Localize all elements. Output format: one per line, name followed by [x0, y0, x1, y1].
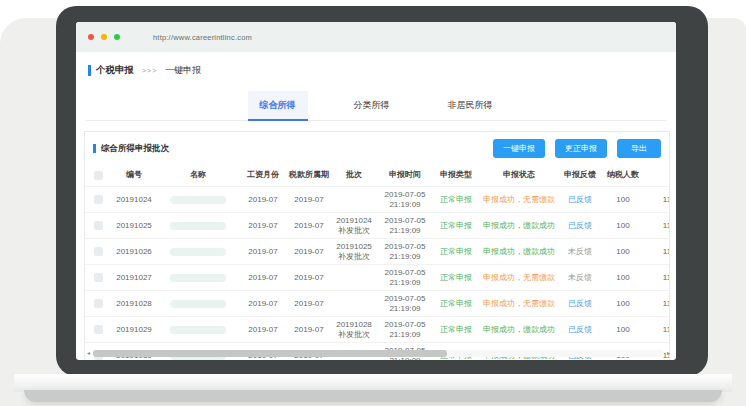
cell-declare-type: 正常申报: [433, 193, 479, 207]
cell-batch: 20191025 补发批次: [331, 240, 377, 264]
cell-batch: [331, 276, 377, 280]
scroll-right-arrow[interactable]: ▸: [666, 349, 671, 358]
cell-feedback: 已反馈: [559, 193, 601, 207]
cell-declare-time: 2019-07-05 21:19:09: [377, 266, 433, 290]
column-header: 纳税人数: [601, 168, 645, 182]
tab-分类所得[interactable]: 分类所得: [342, 91, 402, 120]
column-header: 名称: [157, 168, 239, 182]
cell-feedback: 未反馈: [559, 271, 601, 285]
cell-truncated: 11: [645, 271, 670, 285]
cell-id: 20191026: [111, 245, 157, 259]
column-header: 申报时间: [377, 168, 433, 182]
cell-declare-time: 2019-07-05 21:19:09: [377, 240, 433, 264]
cell-declare-status: 申报成功，无需缴款: [479, 271, 559, 285]
row-checkbox[interactable]: [94, 273, 103, 282]
cell-taxpayer-count: 100: [601, 271, 645, 285]
name-placeholder: [170, 196, 226, 204]
cell-truncated: 11: [645, 297, 670, 311]
panel-actions: 一键申报更正申报导出: [493, 139, 661, 158]
action-button-导出[interactable]: 导出: [617, 139, 661, 158]
panel-title: 综合所得申报批次: [101, 143, 169, 155]
table-row: 201910242019-072019-072019-07-05 21:19:0…: [85, 186, 670, 212]
cell-checkbox: [85, 193, 111, 206]
column-header: [85, 169, 111, 182]
action-button-更正申报[interactable]: 更正申报: [555, 139, 607, 158]
table-row: 201910292019-072019-0720191028 补发批次2019-…: [85, 316, 670, 342]
window-minimize-button[interactable]: [101, 34, 107, 40]
cell-declare-status: 申报成功，无需缴款: [479, 193, 559, 207]
cell-checkbox: [85, 219, 111, 232]
accent-bar: [93, 144, 96, 153]
cell-id: 20191027: [111, 271, 157, 285]
cell-declare-time: 2019-07-05 21:19:09: [377, 188, 433, 212]
window-maximize-button[interactable]: [114, 34, 120, 40]
cell-declare-status: 申报成功，缴款成功: [479, 323, 559, 337]
column-header: 工资月份: [239, 168, 287, 182]
name-placeholder: [170, 222, 226, 230]
cell-declare-type: 正常申报: [433, 245, 479, 259]
row-checkbox[interactable]: [94, 195, 103, 204]
column-header: 申报类型: [433, 168, 479, 182]
breadcrumb: 个税申报 >>> 一键申报: [76, 52, 676, 78]
column-header: 申报反馈: [559, 168, 601, 182]
cell-tax-period: 2019-07: [287, 323, 331, 337]
cell-name: [157, 220, 239, 232]
cell-checkbox: [85, 245, 111, 258]
table-row: 201910272019-072019-072019-07-05 21:19:0…: [85, 264, 670, 290]
batch-table: 编号名称工资月份税款所属期批次申报时间申报类型申报状态申报反馈纳税人数20191…: [85, 164, 670, 360]
row-checkbox[interactable]: [94, 247, 103, 256]
column-header: 申报状态: [479, 168, 559, 182]
horizontal-scrollbar[interactable]: ◂ ▸: [86, 349, 671, 358]
cell-feedback: 已反馈: [559, 323, 601, 337]
cell-checkbox: [85, 271, 111, 284]
cell-batch: [331, 198, 377, 202]
cell-name: [157, 298, 239, 310]
tab-综合所得[interactable]: 综合所得: [248, 91, 308, 121]
column-header: 税款所属期: [287, 168, 331, 182]
table-row: 201910282019-072019-072019-07-05 21:19:0…: [85, 290, 670, 316]
row-checkbox[interactable]: [94, 325, 103, 334]
cell-batch: [331, 302, 377, 306]
cell-truncated: 11: [645, 193, 670, 207]
cell-truncated: 11: [645, 323, 670, 337]
select-all-checkbox[interactable]: [94, 171, 103, 180]
action-button-一键申报[interactable]: 一键申报: [493, 139, 545, 158]
address-bar[interactable]: http://www.careerintlinc.com: [153, 33, 252, 42]
scroll-left-arrow[interactable]: ◂: [86, 349, 91, 358]
laptop-mockup-frame: http://www.careerintlinc.com 个税申报 >>> 一键…: [56, 6, 708, 376]
cell-checkbox: [85, 323, 111, 336]
cell-declare-type: 正常申报: [433, 323, 479, 337]
window-close-button[interactable]: [88, 34, 94, 40]
cell-declare-time: 2019-07-05 21:19:09: [377, 214, 433, 238]
cell-declare-type: 正常申报: [433, 297, 479, 311]
cell-id: 20191024: [111, 193, 157, 207]
cell-id: 20191029: [111, 323, 157, 337]
breadcrumb-section: 个税申报: [96, 64, 134, 77]
row-checkbox[interactable]: [94, 299, 103, 308]
breadcrumb-current: 一键申报: [165, 64, 201, 77]
tab-bar: 综合所得分类所得非居民所得: [86, 91, 666, 121]
tab-非居民所得[interactable]: 非居民所得: [436, 91, 505, 120]
cell-truncated: 11: [645, 245, 670, 259]
table-row: 201910262019-072019-0720191025 补发批次2019-…: [85, 238, 670, 264]
cell-feedback: 已反馈: [559, 219, 601, 233]
name-placeholder: [170, 326, 226, 334]
cell-taxpayer-count: 100: [601, 323, 645, 337]
cell-name: [157, 272, 239, 284]
cell-tax-period: 2019-07: [287, 193, 331, 207]
cell-salary-month: 2019-07: [239, 193, 287, 207]
column-header: [645, 173, 670, 177]
cell-salary-month: 2019-07: [239, 323, 287, 337]
scrollbar-thumb[interactable]: [93, 350, 447, 357]
laptop-base-edge: [24, 390, 722, 402]
accent-bar: [88, 65, 91, 76]
breadcrumb-separator: >>>: [142, 67, 157, 74]
row-checkbox[interactable]: [94, 221, 103, 230]
table-header-row: 编号名称工资月份税款所属期批次申报时间申报类型申报状态申报反馈纳税人数: [85, 164, 670, 186]
cell-declare-status: 申报成功，缴款成功: [479, 219, 559, 233]
cell-declare-type: 正常申报: [433, 219, 479, 233]
cell-declare-status: 申报成功，缴款成功: [479, 245, 559, 259]
cell-tax-period: 2019-07: [287, 219, 331, 233]
scrollbar-track[interactable]: [93, 350, 664, 357]
cell-tax-period: 2019-07: [287, 271, 331, 285]
